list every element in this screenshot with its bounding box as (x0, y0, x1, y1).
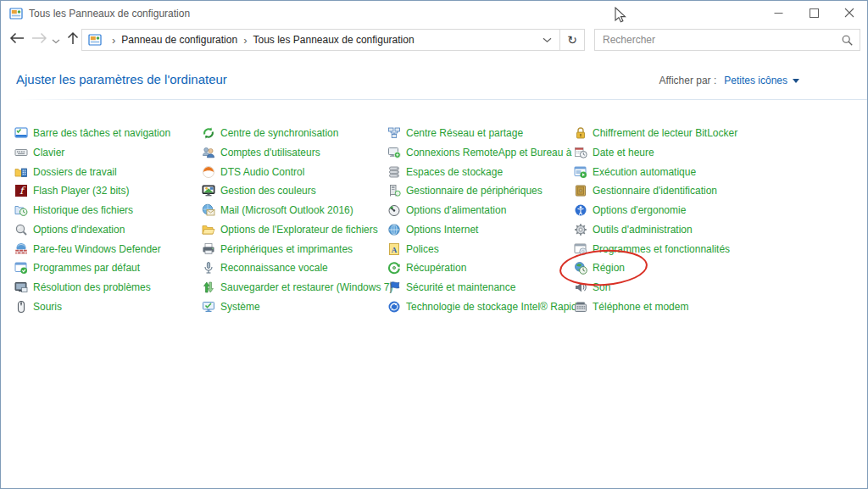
item-label: Son (593, 281, 610, 294)
item-network-center[interactable]: Centre Réseau et partage (387, 125, 523, 140)
maximize-button[interactable] (796, 1, 832, 26)
item-label: Reconnaissance vocale (220, 261, 328, 275)
item-firewall[interactable]: Pare-feu Windows Defender (14, 242, 161, 256)
item-keyboard[interactable]: Clavier (14, 145, 64, 159)
item-recovery[interactable]: Récupération (387, 260, 466, 275)
up-button[interactable] (67, 31, 79, 48)
item-default-programs[interactable]: Programmes par défaut (14, 260, 140, 275)
item-dts-audio[interactable]: DTS Audio Control (202, 164, 304, 179)
breadcrumb-separator: › (243, 34, 247, 47)
item-label: Mail (Microsoft Outlook 2016) (220, 203, 353, 217)
item-autoplay[interactable]: Exécution automatique (574, 164, 696, 179)
search-input[interactable] (595, 34, 842, 46)
breadcrumb-all-items[interactable]: Tous les Panneaux de configuration (253, 34, 414, 46)
backup-restore-icon (202, 281, 215, 294)
item-troubleshooting[interactable]: Résolution des problèmes (14, 280, 151, 294)
bitlocker-icon (574, 126, 587, 140)
item-work-folders[interactable]: Dossiers de travail (14, 164, 117, 179)
sync-center-icon (202, 126, 215, 140)
item-indexing-options[interactable]: Options d'indexation (14, 222, 125, 236)
forward-button[interactable] (31, 32, 47, 47)
window-title: Tous les Panneaux de configuration (29, 8, 190, 19)
storage-spaces-icon (387, 165, 401, 179)
chevron-down-icon (542, 34, 552, 46)
item-file-history[interactable]: Historique des fichiers (14, 203, 133, 217)
view-by-button[interactable]: Petites icônes (724, 75, 787, 86)
address-dropdown-button[interactable] (542, 34, 552, 46)
refresh-button[interactable]: ↻ (559, 29, 585, 51)
item-programs-features[interactable]: Programmes et fonctionnalités (574, 242, 730, 256)
item-label: Espaces de stockage (406, 165, 503, 179)
item-label: Centre de synchronisation (220, 126, 338, 140)
item-mouse[interactable]: Souris (14, 299, 62, 314)
item-speech-recognition[interactable]: Reconnaissance vocale (202, 260, 328, 275)
item-flash-player[interactable]: fFlash Player (32 bits) (14, 183, 129, 197)
close-icon (844, 6, 854, 21)
item-system[interactable]: Système (202, 299, 260, 314)
close-button[interactable] (832, 1, 867, 26)
item-phone-modem[interactable]: Téléphone et modem (574, 299, 688, 314)
color-management-icon (202, 184, 215, 197)
item-label: Clavier (33, 146, 64, 159)
internet-options-icon (387, 223, 401, 236)
work-folders-icon (14, 165, 28, 179)
back-button[interactable] (9, 32, 25, 47)
svg-text:A: A (392, 245, 398, 253)
item-label: Résolution des problèmes (33, 281, 151, 294)
item-region[interactable]: Région (574, 260, 625, 275)
item-mail[interactable]: Mail (Microsoft Outlook 2016) (202, 203, 353, 217)
item-label: Système (220, 300, 260, 314)
flash-player-icon: f (14, 184, 28, 197)
address-bar[interactable]: › Panneau de configuration › Tous les Pa… (81, 29, 560, 51)
item-date-time[interactable]: Date et heure (574, 145, 654, 159)
item-internet-options[interactable]: Options Internet (387, 222, 478, 236)
item-admin-tools[interactable]: Outils d'administration (574, 222, 693, 236)
item-power-options[interactable]: Options d'alimentation (387, 203, 506, 217)
dropdown-triangle-icon[interactable] (793, 79, 799, 83)
phone-modem-icon (574, 300, 587, 314)
recent-locations-button[interactable] (52, 32, 60, 47)
search-icon (842, 35, 853, 46)
troubleshooting-icon (14, 281, 28, 294)
forward-arrow-icon (31, 32, 47, 47)
mail-icon (202, 203, 215, 217)
item-sound[interactable]: Son (574, 280, 610, 294)
item-label: Chiffrement de lecteur BitLocker (593, 126, 737, 140)
item-ease-of-access[interactable]: Options d'ergonomie (574, 203, 686, 217)
item-label: Programmes par défaut (33, 261, 140, 275)
item-intel-rst[interactable]: Technologie de stockage Intel® Rapid (387, 299, 577, 314)
date-time-icon (574, 146, 587, 159)
item-sync-center[interactable]: Centre de synchronisation (202, 125, 338, 140)
item-label: Date et heure (593, 146, 654, 159)
item-credential-manager[interactable]: Gestionnaire d'identification (574, 183, 717, 197)
item-color-management[interactable]: Gestion des couleurs (202, 183, 316, 197)
programs-features-icon (574, 242, 587, 256)
control-panel-icon (88, 33, 102, 47)
item-storage-spaces[interactable]: Espaces de stockage (387, 164, 503, 179)
power-options-icon (387, 203, 401, 217)
item-bitlocker[interactable]: Chiffrement de lecteur BitLocker (574, 125, 737, 140)
fonts-icon: A (387, 242, 401, 256)
item-explorer-options[interactable]: Options de l'Explorateur de fichiers (202, 222, 378, 236)
control-panel-window: Tous les Panneaux de configuration › (0, 0, 868, 489)
recovery-icon (387, 261, 401, 275)
item-remoteapp[interactable]: Connexions RemoteApp et Bureau à ... (387, 145, 583, 159)
item-fonts[interactable]: APolices (387, 242, 439, 256)
item-backup-restore[interactable]: Sauvegarder et restaurer (Windows 7) (202, 280, 392, 294)
maximize-icon (810, 6, 819, 21)
remoteapp-icon (387, 146, 401, 159)
region-icon (574, 261, 587, 275)
credential-manager-icon (574, 184, 587, 197)
explorer-options-icon (202, 223, 215, 236)
item-label: Pare-feu Windows Defender (33, 242, 161, 256)
breadcrumb-control-panel[interactable]: Panneau de configuration (121, 34, 237, 46)
minimize-button[interactable] (760, 1, 796, 26)
item-taskbar[interactable]: Barre des tâches et navigation (14, 125, 170, 140)
item-label: Sécurité et maintenance (406, 281, 515, 294)
item-device-manager[interactable]: Gestionnaire de périphériques (387, 183, 542, 197)
item-label: Comptes d'utilisateurs (220, 146, 320, 159)
view-by-control: Afficher par : Petites icônes (659, 75, 799, 86)
item-devices-printers[interactable]: Périphériques et imprimantes (202, 242, 353, 256)
item-user-accounts[interactable]: Comptes d'utilisateurs (202, 145, 320, 159)
item-security-maintenance[interactable]: Sécurité et maintenance (387, 280, 515, 294)
